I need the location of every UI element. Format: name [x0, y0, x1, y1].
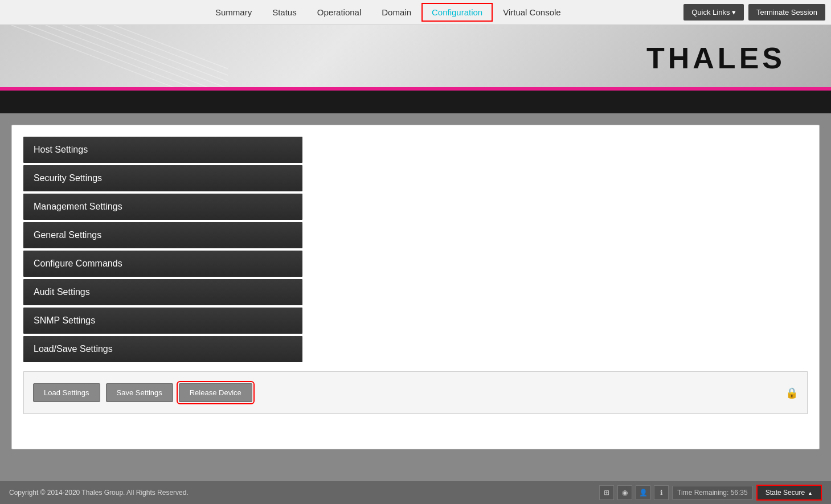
state-secure-button[interactable]: State Secure	[756, 485, 822, 501]
release-device-button[interactable]: Release Device	[179, 383, 252, 402]
lock-icon: 🔒	[785, 387, 798, 399]
time-remaining-badge: Time Remaining: 56:35	[672, 486, 753, 499]
nav-summary[interactable]: Summary	[205, 3, 262, 22]
nav-virtual-console[interactable]: Virtual Console	[493, 3, 571, 22]
svg-line-0	[28, 25, 199, 91]
nav-links: Summary Status Operational Domain Config…	[205, 3, 571, 22]
svg-line-2	[63, 25, 228, 91]
chevron-up-icon	[808, 489, 813, 497]
thales-logo: THALES	[646, 41, 785, 75]
header-banner: THALES	[0, 25, 831, 91]
top-navigation: Summary Status Operational Domain Config…	[0, 0, 831, 25]
menu-host-settings[interactable]: Host Settings	[23, 137, 302, 163]
footer-grid-icon[interactable]: ⊞	[599, 485, 614, 500]
menu-configure-commands[interactable]: Configure Commands	[23, 251, 302, 277]
footer-copyright: Copyright © 2014-2020 Thales Group. All …	[9, 489, 189, 497]
quick-links-button[interactable]: Quick Links ▾	[683, 4, 744, 21]
menu-audit-settings[interactable]: Audit Settings	[23, 279, 302, 305]
menu-security-settings[interactable]: Security Settings	[23, 165, 302, 191]
svg-line-3	[80, 25, 228, 91]
nav-status[interactable]: Status	[262, 3, 307, 22]
main-content: Host Settings Security Settings Manageme…	[0, 113, 831, 481]
load-settings-button[interactable]: Load Settings	[33, 383, 100, 402]
white-panel: Host Settings Security Settings Manageme…	[11, 125, 820, 449]
footer-circle-icon[interactable]: ◉	[617, 485, 632, 500]
menu-snmp-settings[interactable]: SNMP Settings	[23, 308, 302, 334]
footer-right: ⊞ ◉ 👤 ℹ Time Remaining: 56:35 State Secu…	[599, 485, 822, 501]
menu-management-settings[interactable]: Management Settings	[23, 194, 302, 220]
banner-decoration	[0, 25, 228, 91]
nav-domain[interactable]: Domain	[371, 3, 421, 22]
terminate-session-button[interactable]: Terminate Session	[748, 4, 825, 21]
svg-line-6	[11, 25, 182, 91]
footer: Copyright © 2014-2020 Thales Group. All …	[0, 481, 831, 504]
footer-info-icon[interactable]: ℹ	[654, 485, 669, 500]
menu-general-settings[interactable]: General Settings	[23, 222, 302, 248]
nav-configuration[interactable]: Configuration	[421, 3, 493, 22]
sidebar-menu: Host Settings Security Settings Manageme…	[23, 137, 302, 362]
menu-load-save-settings[interactable]: Load/Save Settings	[23, 336, 302, 362]
save-settings-button[interactable]: Save Settings	[106, 383, 173, 402]
state-label: State Secure	[765, 489, 805, 497]
svg-line-1	[46, 25, 216, 91]
black-bar	[0, 91, 831, 113]
actions-panel: Load Settings Save Settings Release Devi…	[23, 371, 808, 414]
nav-operational[interactable]: Operational	[307, 3, 372, 22]
footer-person-icon[interactable]: 👤	[636, 485, 650, 500]
nav-actions: Quick Links ▾ Terminate Session	[683, 4, 825, 21]
